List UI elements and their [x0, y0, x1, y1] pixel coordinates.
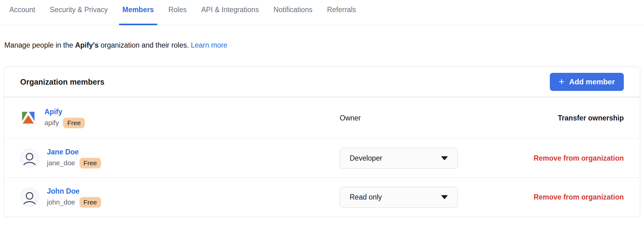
remove-from-organization-link[interactable]: Remove from organization [534, 154, 624, 162]
role-cell: Read only [340, 187, 508, 208]
plan-badge: Free [80, 158, 101, 168]
page-description: Manage people in the Apify's organizatio… [4, 40, 640, 50]
card-header: Organization members + Add member [4, 67, 640, 97]
role-select[interactable]: Read only [340, 187, 458, 208]
action-cell: Remove from organization [508, 154, 624, 162]
role-select[interactable]: Developer [340, 148, 458, 169]
tab-referrals[interactable]: Referrals [327, 6, 356, 25]
member-names: John Doe john_doe Free [47, 187, 101, 208]
tab-security-privacy[interactable]: Security & Privacy [50, 6, 108, 25]
apify-logo-icon [20, 110, 36, 126]
transfer-ownership-link[interactable]: Transfer ownership [558, 114, 624, 122]
role-select-value: Read only [350, 193, 382, 201]
role-cell: Developer [340, 148, 508, 169]
member-names: Jane Doe jane_doe Free [47, 148, 101, 168]
member-subline: apify Free [44, 118, 85, 128]
member-username: apify [44, 119, 59, 127]
plus-icon: + [559, 77, 565, 87]
table-row-member: John Doe john_doe Free Read only Remove … [4, 178, 640, 217]
member-cell: Jane Doe jane_doe Free [20, 148, 340, 168]
tab-members[interactable]: Members [122, 6, 154, 25]
member-subline: john_doe Free [47, 197, 101, 208]
avatar [20, 188, 39, 207]
member-username: jane_doe [47, 159, 75, 167]
member-username: john_doe [47, 198, 75, 206]
user-icon [21, 188, 39, 207]
description-text-prefix: Manage people in the [4, 41, 75, 49]
user-icon [21, 149, 39, 167]
add-member-button[interactable]: + Add member [550, 73, 624, 91]
role-cell: Owner [340, 114, 508, 122]
member-cell: Apify apify Free [20, 108, 340, 128]
organization-members-card: Organization members + Add member Apify … [4, 67, 640, 217]
role-select-value: Developer [350, 154, 382, 162]
add-member-button-label: Add member [569, 78, 615, 86]
settings-tabbar: Account Security & Privacy Members Roles… [0, 0, 644, 25]
table-row-member: Jane Doe jane_doe Free Developer Remove … [4, 139, 640, 178]
description-text-suffix: organization and their roles. [99, 41, 191, 49]
table-row-owner: Apify apify Free Owner Transfer ownershi… [4, 97, 640, 139]
member-names: Apify apify Free [44, 108, 85, 128]
card-title: Organization members [20, 78, 104, 87]
member-cell: John Doe john_doe Free [20, 187, 340, 208]
tab-account[interactable]: Account [9, 6, 35, 25]
chevron-down-icon [441, 156, 448, 160]
tab-notifications[interactable]: Notifications [274, 6, 312, 25]
learn-more-link[interactable]: Learn more [191, 41, 228, 49]
action-cell: Transfer ownership [508, 114, 624, 122]
member-name-link[interactable]: Jane Doe [47, 148, 101, 156]
role-text: Owner [340, 114, 361, 122]
chevron-down-icon [441, 195, 448, 199]
plan-badge: Free [63, 118, 85, 128]
plan-badge: Free [80, 197, 101, 208]
member-subline: jane_doe Free [47, 158, 101, 168]
tab-roles[interactable]: Roles [168, 6, 187, 25]
member-name-link[interactable]: Apify [44, 108, 85, 116]
org-name-text: Apify's [75, 41, 99, 49]
remove-from-organization-link[interactable]: Remove from organization [534, 193, 624, 201]
tab-api-integrations[interactable]: API & Integrations [201, 6, 259, 25]
member-name-link[interactable]: John Doe [47, 187, 101, 195]
avatar [20, 149, 39, 167]
action-cell: Remove from organization [508, 193, 624, 201]
